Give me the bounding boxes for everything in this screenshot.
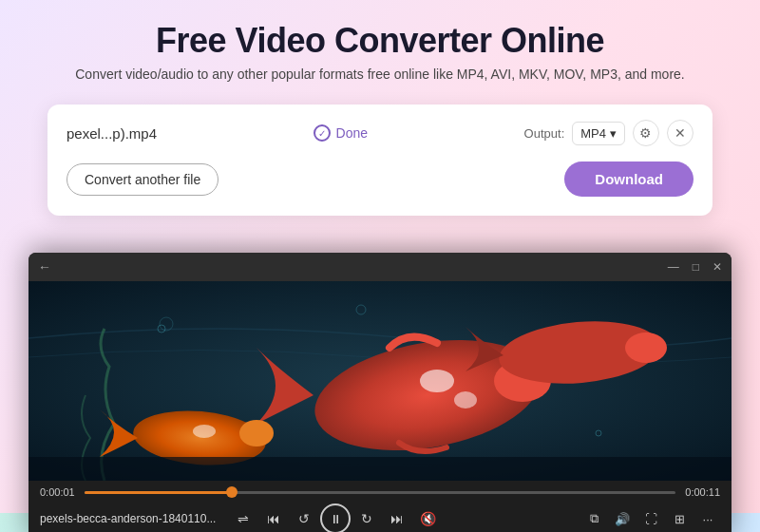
titlebar-left: ← — [38, 259, 51, 275]
done-status: ✓ Done — [314, 124, 368, 142]
fullscreen-button[interactable]: ⛶ — [638, 506, 663, 531]
output-section: Output: MP4 ▾ ⚙ ✕ — [524, 120, 694, 146]
video-area — [28, 281, 732, 481]
video-frame — [28, 281, 732, 481]
download-button[interactable]: Download — [564, 162, 694, 197]
svg-point-9 — [625, 332, 667, 363]
svg-rect-14 — [28, 457, 732, 481]
svg-point-7 — [193, 425, 216, 438]
pause-icon: ⏸ — [330, 512, 342, 526]
window-close-button[interactable]: ✕ — [712, 260, 722, 274]
fast-forward-icon: ↻ — [361, 511, 372, 526]
more-icon: ··· — [703, 512, 713, 526]
fast-forward-button[interactable]: ↻ — [352, 504, 381, 532]
fullscreen-icon: ⛶ — [645, 512, 657, 526]
back-button[interactable]: ← — [38, 259, 51, 275]
player-controls: 0:00:01 0:00:11 pexels-becca-anderson-18… — [28, 481, 732, 532]
svg-point-6 — [239, 420, 274, 446]
volume-icon: 🔊 — [615, 512, 630, 526]
prev-button[interactable]: ⏮ — [259, 504, 288, 532]
titlebar-right: — □ ✕ — [668, 260, 722, 274]
mute-icon: 🔇 — [420, 511, 436, 526]
maximize-button[interactable]: □ — [693, 260, 699, 274]
next-button[interactable]: ⏭ — [383, 504, 411, 532]
skip-back-icon: ⏮ — [267, 511, 280, 526]
more-button[interactable]: ··· — [695, 506, 720, 531]
fish-scene-svg — [28, 281, 732, 481]
svg-point-4 — [454, 391, 477, 408]
rewind-icon: ↺ — [298, 511, 310, 526]
mini-player-button[interactable]: ⧉ — [581, 506, 606, 531]
controls-right: ⧉ 🔊 ⛶ ⊞ ··· — [581, 506, 720, 531]
chevron-down-icon: ▾ — [610, 126, 617, 141]
output-format-select[interactable]: MP4 ▾ — [572, 122, 625, 145]
controls-row: pexels-becca-anderson-1840110... ⇌ ⏮ ↺ — [40, 504, 720, 532]
svg-point-3 — [420, 370, 454, 392]
volume-button[interactable]: 🔊 — [610, 506, 635, 531]
gear-icon: ⚙ — [639, 125, 652, 141]
page-container: Free Video Converter Online Convert vide… — [0, 0, 760, 532]
mini-player-icon: ⧉ — [590, 511, 598, 526]
rewind-button[interactable]: ↺ — [290, 504, 318, 532]
cast-button[interactable]: ⊞ — [667, 506, 692, 531]
mute-button[interactable]: 🔇 — [413, 504, 442, 532]
header: Free Video Converter Online Convert vide… — [0, 0, 760, 91]
close-button[interactable]: ✕ — [667, 120, 694, 146]
minimize-button[interactable]: — — [668, 260, 679, 274]
skip-forward-icon: ⏭ — [390, 511, 404, 526]
convert-another-button[interactable]: Convert another file — [66, 163, 218, 196]
page-title: Free Video Converter Online — [19, 21, 741, 61]
settings-button[interactable]: ⚙ — [633, 120, 659, 146]
player-titlebar: ← — □ ✕ — [28, 253, 732, 281]
shuffle-icon: ⇌ — [238, 511, 249, 526]
player-window: ← — □ ✕ — [28, 253, 732, 532]
output-format-value: MP4 — [580, 126, 606, 141]
shuffle-button[interactable]: ⇌ — [229, 504, 257, 532]
progress-thumb — [226, 486, 238, 498]
time-total: 0:00:11 — [685, 486, 720, 498]
time-current: 0:00:01 — [40, 486, 75, 498]
card-bottom-row: Convert another file Download — [66, 162, 694, 197]
done-label: Done — [336, 125, 368, 141]
play-pause-button[interactable]: ⏸ — [320, 504, 351, 532]
progress-fill — [85, 491, 233, 494]
file-name: pexel...p).mp4 — [66, 125, 157, 142]
progress-track[interactable] — [85, 491, 676, 494]
controls-left: pexels-becca-anderson-1840110... ⇌ ⏮ ↺ — [40, 504, 442, 532]
cast-icon: ⊞ — [674, 512, 685, 526]
done-icon: ✓ — [314, 124, 331, 142]
converter-card: pexel...p).mp4 ✓ Done Output: MP4 ▾ ⚙ ✕ — [48, 104, 712, 216]
header-subtitle: Convert video/audio to any other popular… — [19, 66, 741, 82]
player-filename: pexels-becca-anderson-1840110... — [40, 512, 216, 525]
card-top-row: pexel...p).mp4 ✓ Done Output: MP4 ▾ ⚙ ✕ — [66, 120, 694, 146]
progress-row: 0:00:01 0:00:11 — [40, 486, 720, 498]
close-icon: ✕ — [674, 125, 686, 141]
output-label: Output: — [524, 126, 565, 141]
